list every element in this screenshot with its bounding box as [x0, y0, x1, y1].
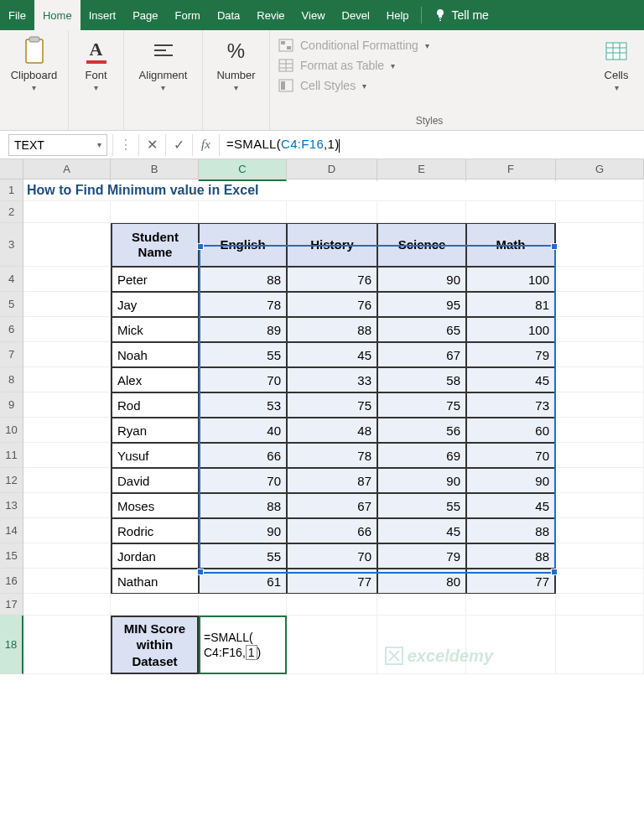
select-all-cell[interactable]: [0, 159, 23, 181]
student-name-cell[interactable]: Yusuf: [111, 443, 199, 468]
empty-cell[interactable]: [556, 392, 644, 418]
col-header-B[interactable]: B: [111, 159, 199, 181]
student-name-cell[interactable]: David: [111, 468, 199, 493]
score-cell[interactable]: 61: [199, 569, 287, 594]
score-cell[interactable]: 58: [377, 367, 466, 392]
empty-cell[interactable]: [23, 223, 111, 267]
score-cell[interactable]: 70: [199, 468, 287, 493]
empty-cell[interactable]: [556, 292, 644, 317]
empty-cell[interactable]: [23, 292, 111, 317]
empty-cell[interactable]: [556, 267, 644, 292]
score-cell[interactable]: 75: [377, 392, 466, 418]
score-cell[interactable]: 87: [287, 468, 377, 493]
score-cell[interactable]: 66: [287, 518, 377, 543]
tab-view[interactable]: View: [293, 0, 334, 30]
col-header-F[interactable]: F: [466, 159, 556, 181]
tab-insert[interactable]: Insert: [80, 0, 125, 30]
score-cell[interactable]: 70: [287, 543, 377, 569]
empty-cell[interactable]: [556, 367, 644, 392]
tab-data[interactable]: Data: [209, 0, 248, 30]
row-header-13[interactable]: 13: [0, 493, 23, 518]
tab-formulas[interactable]: Form: [167, 0, 209, 30]
score-cell[interactable]: 79: [466, 342, 556, 367]
empty-cell[interactable]: [23, 201, 111, 223]
score-cell[interactable]: 69: [377, 443, 466, 468]
empty-cell[interactable]: [556, 223, 644, 267]
tab-developer[interactable]: Devel: [334, 0, 378, 30]
empty-cell[interactable]: [23, 342, 111, 367]
format-as-table-button[interactable]: Format as Table▾: [278, 55, 580, 75]
score-cell[interactable]: 75: [287, 392, 377, 418]
score-cell[interactable]: 78: [287, 443, 377, 468]
table-header[interactable]: Math: [466, 223, 556, 267]
score-cell[interactable]: 55: [199, 342, 287, 367]
col-header-C[interactable]: C: [199, 159, 287, 181]
score-cell[interactable]: 79: [377, 543, 466, 569]
alignment-icon[interactable]: [148, 35, 179, 67]
student-name-cell[interactable]: Moses: [111, 493, 199, 518]
empty-cell[interactable]: [556, 493, 644, 518]
clipboard-icon[interactable]: [18, 35, 50, 67]
empty-cell[interactable]: [23, 569, 111, 594]
empty-cell[interactable]: [556, 342, 644, 367]
dropdown-caret-icon[interactable]: ▾: [161, 83, 165, 92]
empty-cell[interactable]: [287, 201, 377, 223]
title-cell[interactable]: How to Find Minimum value in Excel: [23, 179, 644, 201]
student-name-cell[interactable]: Rod: [111, 392, 199, 418]
empty-cell[interactable]: [23, 543, 111, 569]
chevron-down-icon[interactable]: ▾: [97, 140, 101, 149]
score-cell[interactable]: 77: [466, 569, 556, 594]
score-cell[interactable]: 88: [287, 317, 377, 342]
cell-styles-button[interactable]: Cell Styles▾: [278, 75, 580, 96]
score-cell[interactable]: 90: [377, 468, 466, 493]
row-header-11[interactable]: 11: [0, 443, 23, 468]
insert-function-button[interactable]: fx: [193, 134, 220, 156]
cell-grid[interactable]: 1How to Find Minimum value in Excel23Stu…: [0, 179, 644, 674]
score-cell[interactable]: 88: [199, 493, 287, 518]
score-cell[interactable]: 55: [377, 493, 466, 518]
score-cell[interactable]: 67: [377, 342, 466, 367]
empty-cell[interactable]: [377, 201, 466, 223]
score-cell[interactable]: 60: [466, 418, 556, 443]
empty-cell[interactable]: [556, 616, 644, 674]
empty-cell[interactable]: [556, 569, 644, 594]
row-header-5[interactable]: 5: [0, 292, 23, 317]
empty-cell[interactable]: [556, 543, 644, 569]
score-cell[interactable]: 89: [199, 317, 287, 342]
min-score-label[interactable]: MIN ScorewithinDataset: [111, 616, 199, 674]
score-cell[interactable]: 53: [199, 392, 287, 418]
student-name-cell[interactable]: Jay: [111, 292, 199, 317]
empty-cell[interactable]: [199, 201, 287, 223]
score-cell[interactable]: 100: [466, 317, 556, 342]
student-name-cell[interactable]: Rodric: [111, 518, 199, 543]
row-header-16[interactable]: 16: [0, 569, 23, 594]
empty-cell[interactable]: [111, 201, 199, 223]
empty-cell[interactable]: [23, 418, 111, 443]
score-cell[interactable]: 65: [377, 317, 466, 342]
score-cell[interactable]: 90: [377, 267, 466, 292]
table-header[interactable]: Science: [377, 223, 466, 267]
empty-cell[interactable]: [556, 418, 644, 443]
empty-cell[interactable]: [556, 201, 644, 223]
score-cell[interactable]: 80: [377, 569, 466, 594]
tell-me-search[interactable]: Tell me: [425, 8, 497, 22]
row-header-10[interactable]: 10: [0, 418, 23, 443]
score-cell[interactable]: 70: [466, 443, 556, 468]
row-header-9[interactable]: 9: [0, 392, 23, 418]
score-cell[interactable]: 66: [199, 443, 287, 468]
col-header-G[interactable]: G: [556, 159, 644, 181]
table-header[interactable]: StudentName: [111, 223, 199, 267]
score-cell[interactable]: 55: [199, 543, 287, 569]
empty-cell[interactable]: [23, 317, 111, 342]
student-name-cell[interactable]: Alex: [111, 367, 199, 392]
score-cell[interactable]: 70: [199, 367, 287, 392]
row-header-17[interactable]: 17: [0, 594, 23, 616]
empty-cell[interactable]: [23, 616, 111, 674]
row-header-3[interactable]: 3: [0, 223, 23, 267]
score-cell[interactable]: 100: [466, 267, 556, 292]
empty-cell[interactable]: [287, 594, 377, 616]
row-header-2[interactable]: 2: [0, 201, 23, 223]
score-cell[interactable]: 90: [199, 518, 287, 543]
score-cell[interactable]: 48: [287, 418, 377, 443]
score-cell[interactable]: 45: [377, 518, 466, 543]
